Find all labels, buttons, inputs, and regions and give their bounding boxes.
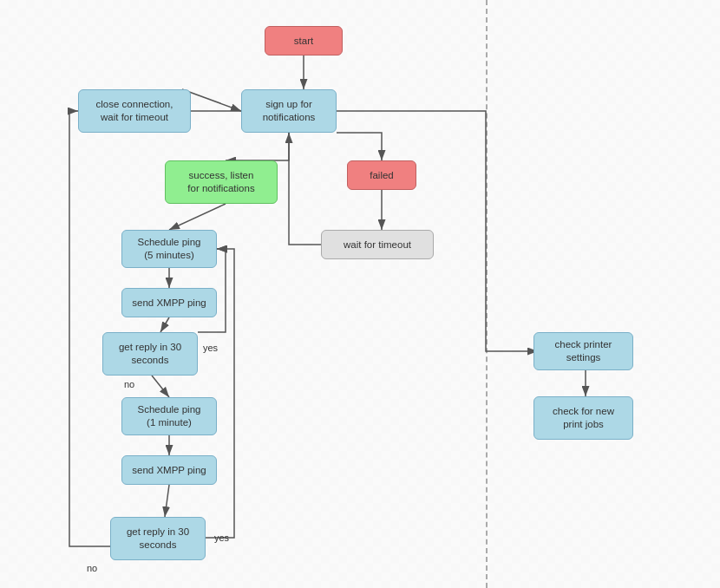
svg-line-6: [152, 376, 169, 397]
close-connection-box: close connection,wait for timeout: [78, 89, 191, 133]
no-label-1: no: [124, 379, 134, 389]
arrows-svg: [0, 0, 720, 588]
check-printer-settings-box: check printersettings: [533, 332, 633, 370]
send-xmpp-ping-2-box: send XMPP ping: [121, 455, 217, 485]
start-box: start: [265, 26, 343, 56]
success-box: success, listenfor notifications: [165, 160, 278, 204]
schedule-ping-1min-box: Schedule ping(1 minute): [121, 397, 217, 435]
yes-label-2: yes: [214, 532, 229, 543]
wait-timeout-box: wait for timeout: [321, 230, 434, 259]
failed-box: failed: [347, 160, 416, 190]
dashed-divider: [486, 0, 488, 588]
yes-label-1: yes: [203, 343, 218, 353]
get-reply-30s-1-box: get reply in 30seconds: [102, 332, 198, 376]
sign-up-notifications-box: sign up fornotifications: [241, 89, 337, 133]
schedule-ping-5min-box: Schedule ping(5 minutes): [121, 230, 217, 268]
svg-line-8: [165, 485, 169, 517]
svg-line-5: [160, 317, 169, 332]
svg-line-3: [169, 204, 226, 230]
get-reply-30s-2-box: get reply in 30seconds: [110, 517, 206, 560]
send-xmpp-ping-1-box: send XMPP ping: [121, 288, 217, 317]
no-label-2: no: [87, 563, 97, 573]
check-new-print-jobs-box: check for newprint jobs: [533, 396, 633, 440]
flow-diagram: start sign up fornotifications close con…: [0, 0, 720, 588]
